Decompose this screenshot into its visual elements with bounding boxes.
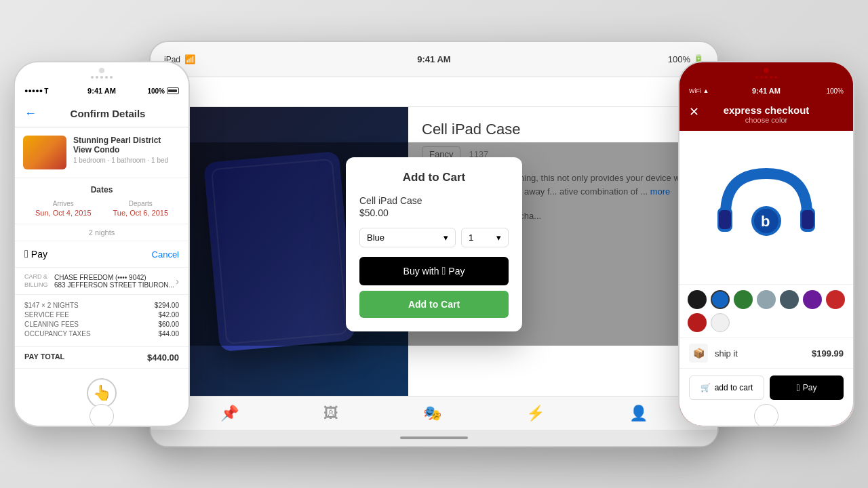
property-info: Stunning Pearl District View Condo 1 bed… xyxy=(73,136,180,169)
swatch-red[interactable] xyxy=(826,290,845,309)
ship-it-label: ship it xyxy=(715,348,805,359)
touch-id-icon[interactable]: 👆 xyxy=(87,378,117,407)
arrives-label: Arrives xyxy=(35,200,92,207)
card-name: CHASE FREEDOM (•••• 9042) xyxy=(54,274,176,281)
svg-text:b: b xyxy=(761,213,770,230)
left-nav-title: Confirm Details xyxy=(71,108,146,119)
left-carrier: T xyxy=(44,87,48,95)
right-close-button[interactable]: ✕ xyxy=(689,104,699,119)
right-signal: WiFi ▲ xyxy=(689,87,709,94)
right-nav-subtitle: choose color xyxy=(689,116,844,124)
billing-item-nights: $147 × 2 NIGHTS xyxy=(24,302,79,309)
color-select-chevron: ▾ xyxy=(443,232,448,243)
left-camera xyxy=(99,68,104,73)
arrives-value: Sun, Oct 4, 2015 xyxy=(35,209,92,217)
ipad-status-bar: iPad 📶 9:41 AM 100% 🔋 xyxy=(151,42,717,77)
ipad-tab-bar: 📌 🖼 🎭 ⚡ 👤 xyxy=(151,396,717,430)
qty-select[interactable]: 1 ▾ xyxy=(461,228,509,247)
card-address: 683 JEFFERSON STREET TIBURON... xyxy=(54,281,176,289)
apple-logo-left:  xyxy=(24,248,28,260)
swatch-dark-red[interactable] xyxy=(688,313,707,332)
nights-label: 2 nights xyxy=(15,224,189,241)
card-billing-section: CARD & BILLING CHASE FREEDOM (•••• 9042)… xyxy=(15,268,189,295)
add-to-cart-label: add to cart xyxy=(715,383,753,392)
apple-pay-text: Pay xyxy=(31,249,47,260)
right-home-button[interactable] xyxy=(754,404,778,427)
dates-label: Dates xyxy=(24,185,179,195)
ipad-home-bar xyxy=(400,436,468,439)
arrives-col: Arrives Sun, Oct 4, 2015 xyxy=(35,200,92,217)
departs-value: Tue, Oct 6, 2015 xyxy=(113,209,168,217)
cart-icon: 🛒 xyxy=(701,383,711,392)
qty-select-value: 1 xyxy=(469,232,473,243)
left-signal: ●●●●● xyxy=(24,87,43,94)
property-details: 1 bedroom · 1 bathroom · 1 bed xyxy=(73,157,180,164)
left-battery-pct: 100% xyxy=(147,87,165,95)
swatch-black[interactable] xyxy=(688,290,707,309)
swatch-blue[interactable] xyxy=(711,290,730,309)
touch-id-section: 👆 Pay with Touch ID xyxy=(15,369,189,407)
modal-product-price: $50.00 xyxy=(359,207,509,218)
swatch-purple[interactable] xyxy=(803,290,822,309)
tab-icon-user[interactable]: 👤 xyxy=(629,405,648,422)
left-home-bar xyxy=(15,407,189,426)
right-action-bar: 🛒 add to cart  Pay xyxy=(679,368,853,407)
left-home-button[interactable] xyxy=(90,404,114,427)
billing-row-cleaning: CLEANING FEES $60.00 xyxy=(24,321,179,328)
swatch-dark[interactable] xyxy=(780,290,799,309)
ship-it-row: 📦 ship it $199.99 xyxy=(679,338,853,368)
tab-icon-pin[interactable]: 📌 xyxy=(220,405,239,422)
billing-amount-service: $42.00 xyxy=(158,311,179,319)
tab-icon-bolt[interactable]: ⚡ xyxy=(526,405,545,422)
right-nav-bar: ✕ express checkout choose color xyxy=(679,100,853,131)
ipad-device: iPad 📶 9:41 AM 100% 🔋 ‹ ⬆ Cell iPad Case… xyxy=(149,41,719,447)
left-back-button[interactable]: ← xyxy=(24,106,37,121)
right-nav-title: express checkout xyxy=(689,104,844,116)
card-billing-label: CARD & BILLING xyxy=(24,273,54,289)
ipad-wifi-icon: 📶 xyxy=(184,54,195,64)
buy-label: Buy with xyxy=(403,266,439,277)
right-battery-pct: 100% xyxy=(826,87,844,95)
billing-amount-nights: $294.00 xyxy=(155,302,179,309)
departs-col: Departs Tue, Oct 6, 2015 xyxy=(113,200,168,217)
billing-item-taxes: OCCUPANCY TAXES xyxy=(24,330,91,338)
dates-row: Arrives Sun, Oct 4, 2015 Departs Tue, Oc… xyxy=(24,200,179,217)
apple-logo-icon:  xyxy=(441,265,446,277)
pay-total-label: PAY TOTAL xyxy=(24,352,64,363)
tab-icon-tag[interactable]: 🎭 xyxy=(423,405,441,422)
card-chevron-icon[interactable]: › xyxy=(176,276,179,287)
buy-with-apple-pay-button[interactable]: Buy with  Pay xyxy=(359,257,509,285)
billing-amount-taxes: $44.00 xyxy=(158,330,179,338)
left-iphone-device: ●●●●● T 9:41 AM 100% ← Confirm Details S… xyxy=(14,61,190,427)
right-apple-pay-button[interactable]:  Pay xyxy=(770,375,844,400)
property-name: Stunning Pearl District View Condo xyxy=(73,136,180,155)
left-speaker xyxy=(91,76,113,79)
add-to-cart-button[interactable]: Add to Cart xyxy=(359,291,509,318)
dates-section: Dates Arrives Sun, Oct 4, 2015 Departs T… xyxy=(15,178,189,224)
apple-pay-cancel-button[interactable]: Cancel xyxy=(152,249,179,260)
left-status-right: 100% xyxy=(147,87,179,95)
right-status-right: 100% xyxy=(826,87,844,95)
pay-label: Pay xyxy=(448,266,465,277)
right-speaker xyxy=(755,76,777,79)
svg-rect-3 xyxy=(802,210,814,229)
ipad-content: Cell iPad Case Fancy 1137 Using microfib… xyxy=(151,107,717,396)
right-add-to-cart-button[interactable]: 🛒 add to cart xyxy=(689,375,764,400)
billing-row-service: SERVICE FEE $42.00 xyxy=(24,311,179,319)
ipad-battery: 100% xyxy=(668,54,690,64)
apple-pay-section:  Pay Cancel xyxy=(15,241,189,268)
tab-icon-image[interactable]: 🖼 xyxy=(323,405,338,422)
swatch-green[interactable] xyxy=(734,290,753,309)
swatch-white[interactable] xyxy=(711,313,730,332)
billing-item-cleaning: CLEANING FEES xyxy=(24,321,79,328)
modal-product-name: Cell iPad Case xyxy=(359,195,509,206)
billing-item-service: SERVICE FEE xyxy=(24,311,69,319)
billing-row-nights: $147 × 2 NIGHTS $294.00 xyxy=(24,302,179,309)
right-pay-label: Pay xyxy=(803,383,817,392)
color-swatches-row xyxy=(679,284,853,338)
departs-label: Departs xyxy=(113,200,168,207)
swatch-silver[interactable] xyxy=(757,290,776,309)
color-select[interactable]: Blue ▾ xyxy=(359,228,456,247)
add-to-cart-modal: Add to Cart Cell iPad Case $50.00 Blue ▾… xyxy=(346,157,522,331)
ship-icon: 📦 xyxy=(689,344,708,363)
